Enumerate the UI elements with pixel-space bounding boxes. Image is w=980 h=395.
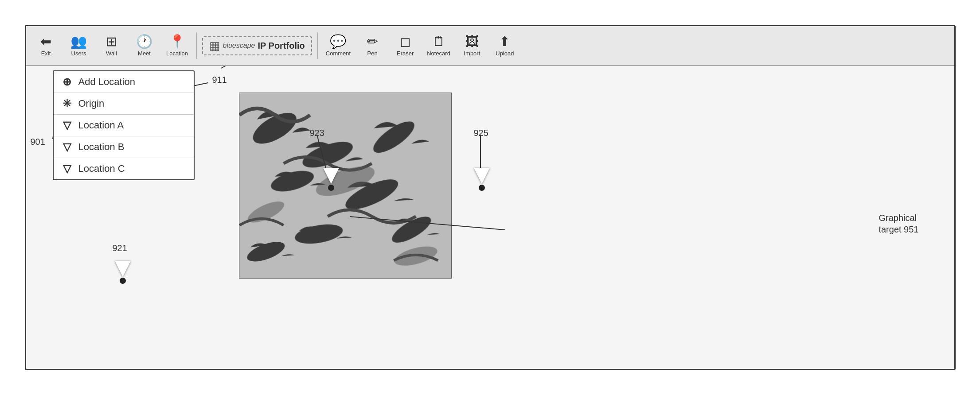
users-icon: 👥: [70, 35, 87, 48]
upload-icon: ⬆: [499, 35, 510, 48]
users-label: Users: [71, 50, 86, 57]
location-label: Location: [166, 50, 188, 57]
wall-icon: ⊞: [106, 35, 117, 48]
ref-923-label: 923: [310, 128, 324, 138]
ref-921-label: 921: [113, 243, 127, 253]
pin-925: [474, 168, 490, 191]
toolbar-item-notecard[interactable]: 🗒 Notecard: [422, 29, 455, 62]
toolbar-item-comment[interactable]: 💬 Comment: [321, 29, 355, 62]
pin-921-dot: [120, 278, 126, 284]
pin-925-dot: [479, 185, 485, 191]
exit-icon: ⬅: [40, 35, 51, 48]
exit-label: Exit: [41, 50, 51, 57]
import-label: Import: [464, 50, 480, 57]
origin-label: Origin: [78, 98, 105, 109]
app-window: ⬅ Exit 👥 Users ⊞ Wall 🕐 Meet 📍 Location …: [25, 25, 956, 370]
origin-icon: ✳: [61, 97, 73, 110]
toolbar-item-meet[interactable]: 🕐 Meet: [129, 29, 160, 62]
brand-icon: ▦: [209, 39, 220, 53]
ref-901: 901: [31, 137, 45, 147]
toolbar-divider-2: [317, 32, 318, 59]
toolbar-item-import[interactable]: 🖼 Import: [457, 29, 488, 62]
location-a-item[interactable]: ▽ Location A: [54, 115, 194, 136]
brand-row: ▦ bluescape IP Portfolio: [209, 39, 305, 53]
location-c-label: Location C: [78, 163, 125, 174]
graphical-target-label: Graphical target 951: [878, 212, 918, 235]
wall-label: Wall: [106, 50, 117, 57]
toolbar-item-location[interactable]: 📍 Location: [162, 29, 193, 62]
meet-icon: 🕐: [136, 35, 152, 48]
eraser-label: Eraser: [397, 50, 414, 57]
eraser-icon: ◻: [400, 35, 411, 48]
toolbar-item-upload[interactable]: ⬆ Upload: [489, 29, 520, 62]
pin-923: [323, 168, 339, 191]
comment-icon: 💬: [330, 35, 346, 48]
add-location-label: Add Location: [78, 76, 135, 88]
comment-label: Comment: [326, 50, 351, 57]
location-b-icon: ▽: [61, 141, 73, 153]
location-c-icon: ▽: [61, 163, 73, 175]
meet-label: Meet: [138, 50, 151, 57]
ref-925-label: 925: [474, 128, 488, 138]
location-a-icon: ▽: [61, 119, 73, 132]
toolbar-item-wall[interactable]: ⊞ Wall: [96, 29, 127, 62]
pen-icon: ✏: [367, 35, 378, 48]
toolbar-item-eraser[interactable]: ◻ Eraser: [390, 29, 421, 62]
toolbar-item-exit[interactable]: ⬅ Exit: [31, 29, 62, 62]
birds-image: [239, 93, 452, 279]
import-icon: 🖼: [465, 35, 479, 48]
upload-label: Upload: [496, 50, 514, 57]
location-icon: 📍: [169, 35, 185, 48]
notecard-icon: 🗒: [432, 35, 445, 48]
location-add-item[interactable]: ⊕ Add Location: [54, 71, 194, 93]
pen-label: Pen: [367, 50, 378, 57]
toolbar-divider-1: [196, 32, 197, 59]
notecard-label: Notecard: [427, 50, 450, 57]
add-location-icon: ⊕: [61, 76, 73, 88]
brand-name: bluescape: [223, 42, 255, 50]
pin-921-triangle: [115, 261, 131, 277]
pin-925-triangle: [474, 168, 490, 184]
pin-923-dot: [328, 185, 334, 191]
birds-svg: [239, 93, 451, 278]
pin-921: [115, 261, 131, 284]
location-a-label: Location A: [78, 120, 124, 131]
svg-line-14: [221, 66, 261, 68]
location-panel: ⊕ Add Location ✳ Origin ▽ Location A ▽ L…: [53, 70, 195, 180]
toolbar-brand: ▦ bluescape IP Portfolio: [202, 36, 312, 55]
brand-title: IP Portfolio: [258, 41, 305, 51]
location-origin-item[interactable]: ✳ Origin: [54, 93, 194, 115]
ref-911: 911: [212, 75, 227, 85]
main-area: 903 901 911 ⊕ Add Location ✳ Origin ▽ Lo…: [26, 66, 954, 369]
location-b-item[interactable]: ▽ Location B: [54, 136, 194, 158]
pin-923-triangle: [323, 168, 339, 184]
toolbar-item-pen[interactable]: ✏ Pen: [357, 29, 388, 62]
location-c-item[interactable]: ▽ Location C: [54, 158, 194, 179]
toolbar-item-users[interactable]: 👥 Users: [63, 29, 94, 62]
toolbar: ⬅ Exit 👥 Users ⊞ Wall 🕐 Meet 📍 Location …: [26, 26, 954, 66]
location-b-label: Location B: [78, 141, 125, 153]
